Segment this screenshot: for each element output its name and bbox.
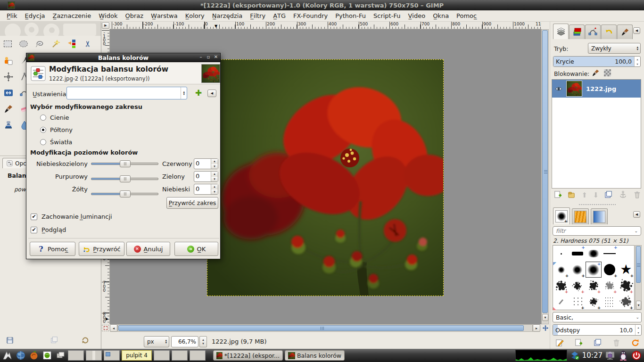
refresh-brushes-button[interactable] xyxy=(631,338,640,347)
browser-globe-icon[interactable] xyxy=(15,350,26,361)
save-preset-button[interactable] xyxy=(6,336,14,346)
tool-align[interactable] xyxy=(2,55,15,67)
unit-combo[interactable]: px ▴▾ xyxy=(144,336,169,347)
lock-screen-icon[interactable] xyxy=(604,350,616,361)
menu-warstwa[interactable]: W̲arstwa xyxy=(147,10,182,21)
preserve-luminosity-checkbox[interactable]: ✔Zachowanie l̲uminancji xyxy=(31,213,112,220)
brush-spacing-slider[interactable]: Odstępy 10,0 ▴▾ xyxy=(553,324,642,336)
ok-button[interactable]: ➜ O̲K xyxy=(174,242,218,256)
system-monitor-graph[interactable] xyxy=(515,350,567,361)
menu-python-fu[interactable]: Python-Fu xyxy=(331,10,370,21)
reset-button[interactable]: P̲rzywróć xyxy=(79,242,124,256)
menu-narzedzia[interactable]: N̲arzędzia xyxy=(208,10,247,21)
tool-rect-select[interactable] xyxy=(1,38,14,50)
delete-layer-button[interactable] xyxy=(633,190,642,199)
menu-kolory[interactable]: K̲olory xyxy=(182,10,208,21)
brushes-menu-button[interactable]: ◀ xyxy=(633,211,640,218)
brush-group-combo[interactable]: Basic, ⌄ xyxy=(553,312,642,322)
spacing-stepper[interactable]: ▴▾ xyxy=(635,325,641,335)
anchor-layer-button[interactable] xyxy=(619,190,627,199)
tool-select-by-color[interactable] xyxy=(65,38,78,50)
canvas-vscrollbar-thumb[interactable] xyxy=(542,30,548,313)
scroll-right-icon[interactable]: ▸ xyxy=(533,324,540,332)
brush-item[interactable]: + xyxy=(602,246,618,262)
new-brush-button[interactable] xyxy=(574,338,583,347)
tool-scissors-select[interactable]: ✂ xyxy=(81,38,94,50)
tab-undo-history[interactable] xyxy=(601,25,617,39)
tab-channels[interactable] xyxy=(569,25,585,39)
visibility-eye-icon[interactable] xyxy=(555,86,562,91)
menu-fx-foundry[interactable]: FX-Foundry xyxy=(289,10,331,21)
add-preset-button[interactable]: ✚ xyxy=(195,88,202,98)
brush-item[interactable] xyxy=(618,246,634,262)
tool-ellipse-select[interactable] xyxy=(17,38,30,50)
magenta-green-slider[interactable] xyxy=(91,178,158,180)
brush-item[interactable] xyxy=(602,294,618,310)
taskbar-window-gimp[interactable]: *[1222a] (ekspor... xyxy=(213,350,283,361)
navigation-button[interactable] xyxy=(541,324,549,332)
menu-zaznaczenie[interactable]: Z̲aznaczenie xyxy=(49,10,95,21)
radio-highlights[interactable]: Światła xyxy=(40,139,72,146)
yellow-blue-slider[interactable] xyxy=(91,193,158,195)
help-button[interactable]: ? Pomoc̲ xyxy=(30,242,75,256)
edit-brush-button[interactable] xyxy=(555,338,564,347)
tab-gradients[interactable] xyxy=(591,208,608,224)
taskbar-window-balans[interactable]: Balans kolorów xyxy=(285,350,345,361)
layer-row-selected[interactable]: 1222.jpg xyxy=(552,80,641,98)
brush-item[interactable]: ◤+ xyxy=(553,262,569,278)
brush-item[interactable]: + xyxy=(569,294,585,310)
layer-mode-combo[interactable]: Zwykły ▴▾ xyxy=(588,43,641,54)
workspace-1[interactable] xyxy=(68,350,84,361)
menu-widok[interactable]: W̲idok xyxy=(95,10,121,21)
reset-tool-button[interactable] xyxy=(81,336,90,346)
dropbox-tray-icon[interactable] xyxy=(569,350,580,361)
layer-group-button[interactable] xyxy=(567,190,576,199)
tab-brushes[interactable]: + xyxy=(553,207,570,224)
tab-paths[interactable] xyxy=(585,25,601,39)
brush-item[interactable]: + xyxy=(569,278,585,294)
minimize-icon[interactable]: – xyxy=(198,54,204,59)
cyan-red-spinbox[interactable]: 0▴▾ xyxy=(194,158,218,169)
workspace-5[interactable] xyxy=(154,350,170,361)
brush-item[interactable]: + xyxy=(618,294,634,310)
penguin-tray-icon[interactable] xyxy=(618,350,629,361)
brush-item[interactable]: ◣ xyxy=(553,294,569,310)
orange-app-icon[interactable] xyxy=(28,350,40,361)
cancel-button[interactable]: ✕ A̲nuluj xyxy=(126,242,170,256)
brush-filter-box[interactable]: ⌄ xyxy=(553,226,641,236)
windows-list-icon[interactable] xyxy=(55,350,66,361)
menu-filtry[interactable]: F̲iltry xyxy=(246,10,269,21)
quick-mask-toggle[interactable] xyxy=(102,325,109,331)
new-layer-button[interactable] xyxy=(553,190,562,199)
menu-video[interactable]: V̲ideo xyxy=(404,10,429,21)
workspace-6[interactable] xyxy=(172,350,188,361)
dialog-titlebar[interactable]: Balans kolorów – ▫ ✕ xyxy=(26,53,220,62)
workspace-2[interactable] xyxy=(86,350,102,361)
workspace-4-active[interactable]: pulpit 4 xyxy=(122,350,152,361)
duplicate-layer-button[interactable] xyxy=(604,190,613,199)
brush-item[interactable] xyxy=(553,246,569,262)
tool-flip[interactable] xyxy=(2,87,15,99)
yellow-blue-spinbox[interactable]: 0▴▾ xyxy=(194,184,218,195)
brush-item[interactable]: + xyxy=(602,278,618,294)
preview-checkbox[interactable]: ✔P̲odgląd xyxy=(31,226,66,233)
brush-item-selected[interactable]: + xyxy=(586,262,602,278)
brush-item[interactable]: + xyxy=(618,278,634,294)
brush-item[interactable]: + xyxy=(569,262,585,278)
tool-fuzzy-select[interactable] xyxy=(49,38,62,50)
menu-atg[interactable]: A̲TG xyxy=(269,10,289,21)
brush-item[interactable] xyxy=(586,246,602,262)
stamp-globe-icon[interactable] xyxy=(41,350,53,361)
brush-item[interactable]: + xyxy=(569,246,585,262)
chevron-down-icon[interactable]: ⌄ xyxy=(634,229,638,233)
lock-alpha-button[interactable] xyxy=(604,69,611,76)
horizontal-ruler[interactable]: -300-200 -1000 100200 300400 500600 7008… xyxy=(110,22,541,29)
workspace-7[interactable] xyxy=(190,350,206,361)
tool-clone[interactable] xyxy=(2,119,15,131)
tab-layers[interactable] xyxy=(553,24,569,39)
restore-preset-button[interactable] xyxy=(50,336,58,346)
presets-menu-button[interactable]: ◀ xyxy=(207,90,216,97)
menu-okna[interactable]: O̲kna xyxy=(429,10,453,21)
close-icon[interactable]: ✕ xyxy=(213,54,219,59)
canvas-hscrollbar[interactable] xyxy=(117,324,533,332)
